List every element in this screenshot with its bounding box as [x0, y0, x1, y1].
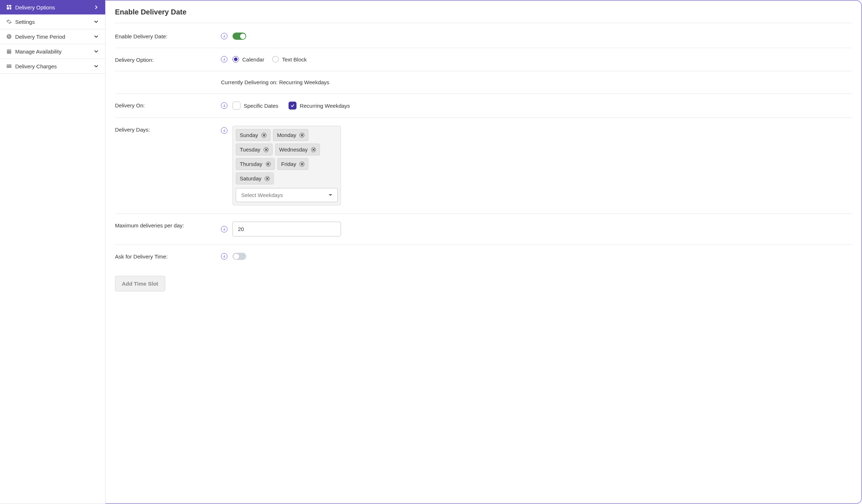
label-enable-delivery-date: Enable Delivery Date: [115, 33, 214, 39]
select-weekdays-placeholder: Select Weekdays [241, 192, 283, 198]
svg-rect-2 [7, 7, 9, 9]
svg-rect-1 [9, 5, 11, 7]
chip-label: Saturday [240, 175, 261, 181]
currently-delivering-text: Currently Delivering on: Recurring Weekd… [221, 79, 329, 85]
sidebar-item-label: Manage Availability [15, 48, 61, 55]
checkbox-label-recurring-weekdays: Recurring Weekdays [300, 103, 350, 109]
chip-friday: Friday [277, 158, 309, 170]
svg-rect-6 [7, 50, 11, 51]
sidebar-item-label: Settings [15, 19, 35, 25]
remove-icon[interactable] [299, 133, 304, 138]
calendar-icon [6, 48, 12, 55]
chip-label: Thursday [240, 161, 263, 167]
chip-sunday: Sunday [236, 129, 270, 141]
remove-icon[interactable] [311, 147, 316, 152]
sidebar-item-delivery-charges[interactable]: Delivery Charges [0, 59, 105, 74]
checkbox-label-specific-dates: Specific Dates [244, 103, 278, 109]
row-currently-delivering: Currently Delivering on: Recurring Weekd… [115, 71, 852, 94]
chip-tuesday: Tuesday [236, 144, 273, 155]
chip-label: Friday [281, 161, 296, 167]
chip-label: Wednesday [279, 146, 308, 153]
chip-monday: Monday [273, 129, 308, 141]
svg-rect-7 [8, 49, 8, 50]
chevron-down-icon [93, 33, 99, 40]
chip-wednesday: Wednesday [275, 144, 320, 155]
row-delivery-option: Delivery Option: i Calendar Text Block [115, 48, 852, 71]
main-panel: Enable Delivery Date Enable Delivery Dat… [106, 0, 862, 504]
label-delivery-option: Delivery Option: [115, 56, 214, 63]
row-ask-delivery-time: Ask for Delivery Time: i [115, 245, 852, 268]
chevron-down-icon [93, 63, 99, 69]
clock-icon [6, 33, 12, 40]
row-delivery-on: Delivery On: i Specific Dates Recurring … [115, 94, 852, 118]
svg-rect-8 [10, 49, 10, 50]
label-delivery-on: Delivery On: [115, 102, 214, 108]
radio-calendar[interactable]: Calendar [232, 56, 264, 63]
sidebar-item-label: Delivery Time Period [15, 34, 65, 40]
info-icon[interactable]: i [221, 33, 227, 39]
chevron-down-icon [93, 48, 99, 55]
svg-rect-0 [7, 5, 8, 7]
svg-rect-3 [10, 7, 11, 9]
select-weekdays[interactable]: Select Weekdays [236, 188, 338, 202]
checkbox-specific-dates[interactable]: Specific Dates [232, 102, 278, 110]
delivery-days-chips: SundayMondayTuesdayWednesdayThursdayFrid… [236, 129, 338, 184]
sidebar-item-label: Delivery Charges [15, 63, 57, 69]
remove-icon[interactable] [264, 147, 269, 152]
grid-icon [6, 4, 12, 10]
chip-label: Tuesday [240, 146, 260, 153]
info-icon[interactable]: i [221, 127, 227, 134]
gear-icon [6, 18, 12, 25]
info-icon[interactable]: i [221, 56, 227, 63]
remove-icon[interactable] [265, 176, 270, 181]
svg-rect-10 [7, 65, 11, 66]
toggle-enable-delivery-date[interactable] [232, 33, 246, 40]
sidebar-item-label: Delivery Options [15, 4, 55, 10]
caret-down-icon [329, 194, 332, 196]
chip-thursday: Thursday [236, 158, 275, 170]
row-enable-delivery-date: Enable Delivery Date: i [115, 25, 852, 48]
input-max-deliveries[interactable] [232, 222, 341, 236]
sidebar-item-settings[interactable]: Settings [0, 14, 105, 29]
add-time-slot-button: Add Time Slot [115, 276, 165, 291]
sidebar-item-manage-availability[interactable]: Manage Availability [0, 44, 105, 59]
toggle-ask-delivery-time[interactable] [232, 253, 246, 260]
remove-icon[interactable] [261, 133, 266, 138]
row-add-time-slot: Add Time Slot [115, 276, 852, 291]
remove-icon[interactable] [299, 162, 304, 167]
delivery-days-container: SundayMondayTuesdayWednesdayThursdayFrid… [232, 126, 341, 205]
label-max-deliveries: Maximum deliveries per day: [115, 222, 214, 228]
label-delivery-days: Delivery Days: [115, 126, 214, 133]
sidebar-item-delivery-options[interactable]: Delivery Options [0, 0, 105, 14]
sidebar: Delivery Options Settings Delivery Time … [0, 0, 106, 504]
radio-label-calendar: Calendar [242, 56, 264, 63]
row-delivery-days: Delivery Days: i SundayMondayTuesdayWedn… [115, 118, 852, 214]
row-max-deliveries: Maximum deliveries per day: i [115, 214, 852, 245]
checkbox-recurring-weekdays[interactable]: Recurring Weekdays [289, 102, 350, 110]
radio-label-text-block: Text Block [282, 56, 307, 63]
chevron-right-icon [93, 4, 99, 10]
info-icon[interactable]: i [221, 102, 227, 109]
label-ask-delivery-time: Ask for Delivery Time: [115, 253, 214, 260]
page-title: Enable Delivery Date [115, 8, 852, 23]
sidebar-item-delivery-time-period[interactable]: Delivery Time Period [0, 29, 105, 44]
remove-icon[interactable] [266, 162, 271, 167]
radio-text-block[interactable]: Text Block [272, 56, 307, 63]
card-icon [6, 63, 12, 69]
chip-saturday: Saturday [236, 172, 274, 184]
info-icon[interactable]: i [221, 226, 227, 232]
chip-label: Monday [277, 132, 296, 138]
info-icon[interactable]: i [221, 253, 227, 260]
chip-label: Sunday [240, 132, 258, 138]
chevron-down-icon [93, 18, 99, 25]
